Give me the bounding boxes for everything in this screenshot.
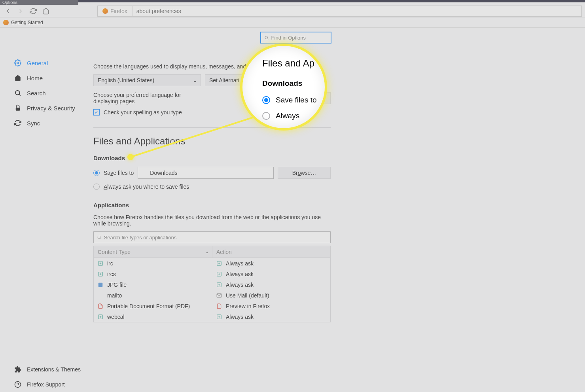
lang-pref-desc: Choose your preferred language for displ…: [93, 92, 197, 104]
back-button[interactable]: [3, 6, 13, 16]
puzzle-icon: [14, 366, 21, 373]
always-ask-row[interactable]: Always ask you where to save files: [93, 184, 331, 190]
set-alt-label: Set Alternati: [209, 77, 239, 83]
checkbox-checked-icon[interactable]: ✓: [93, 109, 100, 116]
url-identity-label: Firefox: [110, 8, 127, 14]
cell-type-label: JPG file: [107, 282, 127, 288]
sidebar-item-extensions[interactable]: Extensions & Themes: [0, 362, 93, 377]
cell-type-label: ircs: [107, 271, 116, 277]
lock-icon: [14, 104, 21, 112]
table-row[interactable]: ircsAlways ask: [94, 269, 330, 279]
sidebar-item-general[interactable]: General: [0, 55, 93, 70]
sidebar: General Home Search Privacy & Security S…: [0, 28, 93, 392]
callout-save-label: Save files to: [276, 96, 317, 104]
bookmark-getting-started[interactable]: Getting Started: [3, 20, 43, 25]
svg-line-7: [267, 38, 268, 39]
cell-type-label: mailto: [107, 292, 122, 299]
table-row[interactable]: mailtoUse Mail (default): [94, 290, 330, 301]
cell-action-label: Always ask: [226, 260, 254, 267]
apps-table-header: Content Type ▴ Action: [94, 246, 330, 258]
svg-line-9: [100, 238, 101, 239]
save-files-to-row[interactable]: Save files to Downloads Browse…: [93, 167, 331, 179]
action-icon: [216, 303, 222, 309]
table-row[interactable]: ircAlways ask: [94, 258, 330, 269]
sidebar-item-sync[interactable]: Sync: [0, 116, 93, 131]
check-spelling-label: Check your spelling as you type: [104, 109, 182, 116]
apps-table: Content Type ▴ Action ircAlways askircsA…: [93, 246, 331, 322]
language-select[interactable]: English (United States) ⌄: [93, 74, 201, 86]
find-input[interactable]: [271, 35, 328, 41]
action-icon: [216, 271, 222, 277]
sidebar-label: General: [27, 60, 48, 66]
find-in-options[interactable]: [260, 32, 331, 44]
svg-point-0: [17, 62, 19, 64]
apps-search[interactable]: [93, 231, 331, 243]
cell-action-label: Preview in Firefox: [226, 303, 270, 309]
sidebar-item-privacy[interactable]: Privacy & Security: [0, 100, 93, 116]
radio-checked-icon[interactable]: [93, 170, 100, 176]
magnifier-callout: Files and Ap Downloads Save files to Alw…: [240, 44, 327, 131]
cell-type-label: irc: [107, 260, 113, 267]
col-content-type[interactable]: Content Type ▴: [94, 246, 212, 258]
browse-button[interactable]: Browse…: [278, 167, 331, 179]
svg-point-8: [98, 236, 100, 239]
radio-unchecked-icon[interactable]: [93, 184, 100, 190]
sort-asc-icon: ▴: [206, 250, 208, 254]
sidebar-label: Home: [27, 75, 43, 81]
home-button[interactable]: [41, 6, 51, 16]
bookmark-favicon-icon: [3, 20, 9, 25]
search-icon: [97, 235, 102, 240]
forward-button[interactable]: [16, 6, 25, 16]
download-path-text: Downloads: [150, 170, 177, 176]
tab-options[interactable]: Options: [0, 0, 78, 5]
save-files-label: Save files to: [104, 170, 134, 176]
chevron-down-icon: ⌄: [193, 77, 197, 83]
svg-point-6: [265, 36, 268, 39]
action-icon: [216, 261, 222, 266]
file-type-icon: [98, 271, 103, 277]
apps-search-input[interactable]: [104, 235, 327, 241]
sidebar-item-support[interactable]: Firefox Support: [0, 377, 93, 392]
sync-icon: [14, 119, 21, 127]
tab-label: Options: [2, 0, 17, 5]
sidebar-label: Sync: [27, 120, 40, 127]
bookmark-label: Getting Started: [11, 20, 43, 25]
svg-line-2: [19, 94, 20, 95]
table-row[interactable]: Portable Document Format (PDF)Preview in…: [94, 301, 330, 311]
language-selected: English (United States): [98, 77, 154, 83]
cell-action-label: Always ask: [226, 282, 254, 288]
file-type-icon: [98, 303, 103, 309]
files-apps-heading: Files and Applications: [93, 136, 331, 147]
firefox-favicon-icon: [102, 8, 108, 14]
col-action[interactable]: Action: [212, 246, 330, 258]
download-path-field[interactable]: Downloads: [138, 167, 274, 179]
search-icon: [14, 89, 21, 97]
svg-rect-14: [98, 282, 103, 287]
callout-heading: Files and Ap: [262, 58, 325, 69]
table-row[interactable]: JPG fileAlways ask: [94, 279, 330, 290]
action-icon: [216, 293, 222, 298]
url-bar[interactable]: Firefox about:preferences: [97, 6, 582, 17]
search-icon: [264, 35, 269, 40]
file-type-icon: [98, 293, 103, 298]
sidebar-label: Privacy & Security: [27, 105, 75, 112]
sidebar-item-search[interactable]: Search: [0, 85, 93, 100]
cell-type-label: Portable Document Format (PDF): [107, 303, 190, 309]
tabstrip-dark: [78, 0, 585, 2]
apps-heading: Applications: [93, 202, 331, 208]
url-identity: Firefox: [98, 6, 133, 16]
callout-downloads: Downloads: [262, 79, 325, 88]
file-type-icon: [98, 314, 103, 320]
gear-icon: [14, 59, 21, 66]
callout-anchor-dot: [127, 154, 134, 160]
cell-action-label: Always ask: [226, 271, 254, 277]
always-ask-label: Always ask you where to save files: [104, 184, 189, 190]
radio-unchecked-icon: [262, 112, 270, 120]
sidebar-item-home[interactable]: Home: [0, 70, 93, 85]
table-row[interactable]: webcalAlways ask: [94, 311, 330, 322]
file-type-icon: [98, 282, 103, 288]
reload-button[interactable]: [28, 6, 38, 16]
cell-action-label: Use Mail (default): [226, 292, 269, 299]
home-icon: [14, 74, 21, 81]
sidebar-label: Search: [27, 90, 46, 97]
